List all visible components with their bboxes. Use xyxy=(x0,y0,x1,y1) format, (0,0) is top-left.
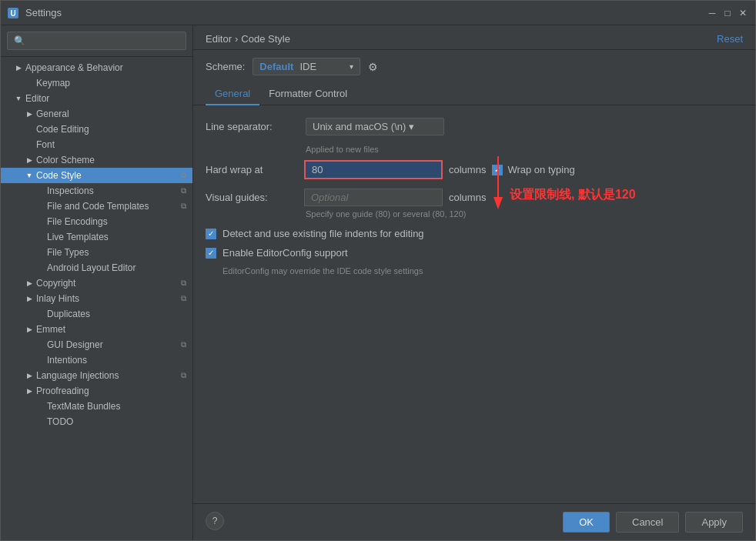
tab-general[interactable]: General xyxy=(206,83,259,105)
expand-arrow-emmet xyxy=(24,324,35,335)
sidebar-item-copyright[interactable]: Copyright ⧉ xyxy=(1,276,192,291)
sidebar-label-file-encodings: File Encodings xyxy=(47,216,108,227)
sidebar-label-proofreading: Proofreading xyxy=(36,386,89,396)
close-button[interactable]: ✕ xyxy=(737,7,749,19)
sidebar-item-file-encodings[interactable]: File Encodings xyxy=(1,214,192,229)
sidebar-label-general: General xyxy=(36,109,69,119)
sidebar-item-language-injections[interactable]: Language Injections ⧉ xyxy=(1,368,192,383)
sidebar-item-intentions[interactable]: Intentions xyxy=(1,352,192,368)
expand-arrow-editor xyxy=(13,93,24,104)
columns-label-1: columns xyxy=(449,164,486,175)
sidebar-label-android-layout: Android Layout Editor xyxy=(47,262,135,273)
scheme-name-blue: Default xyxy=(259,61,293,72)
sidebar-item-emmet[interactable]: Emmet xyxy=(1,322,192,337)
sidebar-label-keymap: Keymap xyxy=(36,78,70,88)
sidebar-item-code-editing[interactable]: Code Editing xyxy=(1,122,192,137)
editorconfig-label: Enable EditorConfig support xyxy=(222,247,348,259)
sidebar-label-editor: Editor xyxy=(25,93,49,104)
line-separator-arrow: ▾ xyxy=(409,121,414,132)
line-separator-select[interactable]: Unix and macOS (\n) ▾ xyxy=(306,118,444,135)
editorconfig-row: ✓ Enable EditorConfig support xyxy=(206,247,743,259)
wrap-on-typing-checkbox[interactable]: ✓ xyxy=(492,165,503,175)
expand-arrow-code-style xyxy=(24,170,35,181)
expand-arrow-appearance xyxy=(13,62,24,73)
sidebar-item-android-layout[interactable]: Android Layout Editor xyxy=(1,260,192,276)
visual-guides-hint: Specify one guide (80) or several (80, 1… xyxy=(206,209,743,219)
wrap-on-typing-label: Wrap on typing xyxy=(507,164,574,175)
sidebar-label-intentions: Intentions xyxy=(47,355,87,366)
search-input[interactable] xyxy=(7,32,186,50)
maximize-button[interactable]: □ xyxy=(721,7,734,19)
scheme-label: Scheme: xyxy=(206,61,245,72)
sidebar-label-file-code-templates: File and Code Templates xyxy=(47,201,149,212)
help-button[interactable]: ? xyxy=(206,512,224,530)
scheme-gear-icon[interactable]: ⚙ xyxy=(368,61,378,73)
cancel-button[interactable]: Cancel xyxy=(616,512,679,533)
settings-body: Line separator: Unix and macOS (\n) ▾ Ap… xyxy=(193,105,755,503)
ok-button[interactable]: OK xyxy=(563,512,610,533)
content-area: Editor › Code Style Reset Scheme: Defaul… xyxy=(193,25,755,540)
apply-button[interactable]: Apply xyxy=(685,512,743,533)
sidebar-item-file-code-templates[interactable]: File and Code Templates ⧉ xyxy=(1,199,192,214)
sidebar-label-copyright: Copyright xyxy=(36,278,75,289)
sidebar-label-file-types: File Types xyxy=(47,247,89,258)
hard-wrap-label: Hard wrap at xyxy=(206,164,298,175)
editorconfig-sub: EditorConfig may override the IDE code s… xyxy=(206,266,743,276)
window-controls: ─ □ ✕ xyxy=(706,7,749,19)
sidebar-label-inlay-hints: Inlay Hints xyxy=(36,293,79,304)
copy-icon-copyright: ⧉ xyxy=(181,279,186,288)
visual-guides-row: Visual guides: columns xyxy=(206,189,743,206)
sidebar-item-todo[interactable]: TODO xyxy=(1,414,192,429)
sidebar-label-code-style: Code Style xyxy=(36,170,82,181)
titlebar: U Settings ─ □ ✕ xyxy=(1,1,755,25)
search-box xyxy=(1,25,192,57)
sidebar-item-general[interactable]: General xyxy=(1,106,192,122)
sidebar-label-inspections: Inspections xyxy=(47,185,94,196)
editorconfig-checkbox[interactable]: ✓ xyxy=(206,248,216,259)
hard-wrap-container: Hard wrap at columns ✓ Wrap on typing xyxy=(206,160,743,179)
detect-indents-checkbox[interactable]: ✓ xyxy=(206,229,216,239)
line-separator-value: Unix and macOS (\n) xyxy=(313,121,406,132)
svg-text:U: U xyxy=(10,9,15,18)
hard-wrap-row: Hard wrap at columns ✓ Wrap on typing xyxy=(206,160,743,179)
sidebar-item-proofreading[interactable]: Proofreading xyxy=(1,383,192,399)
columns-label-2: columns xyxy=(449,192,486,203)
sidebar-item-appearance[interactable]: Appearance & Behavior xyxy=(1,60,192,75)
sidebar-item-inspections[interactable]: Inspections ⧉ xyxy=(1,183,192,199)
hard-wrap-input[interactable] xyxy=(304,160,443,179)
editorconfig-check: ✓ xyxy=(208,249,214,257)
breadcrumb-current: Code Style xyxy=(241,33,290,45)
sidebar-item-font[interactable]: Font xyxy=(1,137,192,152)
sidebar-item-textmate-bundles[interactable]: TextMate Bundles xyxy=(1,399,192,414)
sidebar-item-file-types[interactable]: File Types xyxy=(1,245,192,260)
sidebar-item-live-templates[interactable]: Live Templates xyxy=(1,229,192,245)
sidebar-label-appearance: Appearance & Behavior xyxy=(25,62,123,73)
sidebar-item-duplicates[interactable]: Duplicates xyxy=(1,306,192,322)
scheme-row: Scheme: Default IDE ▾ ⚙ xyxy=(193,50,755,83)
copy-icon-gui-designer: ⧉ xyxy=(181,340,186,349)
sidebar-item-color-scheme[interactable]: Color Scheme xyxy=(1,152,192,168)
settings-window: U Settings ─ □ ✕ Appearance & Behavior xyxy=(0,0,756,541)
sidebar-item-code-style[interactable]: Code Style ⧉ xyxy=(1,168,192,183)
visual-guides-input[interactable] xyxy=(304,189,443,206)
sidebar-label-duplicates: Duplicates xyxy=(47,309,90,319)
sidebar-item-inlay-hints[interactable]: Inlay Hints ⧉ xyxy=(1,291,192,306)
sidebar-label-emmet: Emmet xyxy=(36,324,65,335)
sidebar-item-editor[interactable]: Editor xyxy=(1,91,192,106)
expand-arrow-copyright xyxy=(24,278,35,289)
copy-icon-inlay-hints: ⧉ xyxy=(181,294,186,303)
sidebar-item-gui-designer[interactable]: GUI Designer ⧉ xyxy=(1,337,192,352)
footer: ? OK Cancel Apply xyxy=(193,503,755,540)
reset-button[interactable]: Reset xyxy=(717,33,743,45)
detect-indents-row: ✓ Detect and use existing file indents f… xyxy=(206,228,743,239)
sidebar: Appearance & Behavior Keymap Editor Gene… xyxy=(1,25,193,540)
scheme-dropdown[interactable]: Default IDE ▾ xyxy=(253,58,360,75)
breadcrumb-parent: Editor xyxy=(206,33,232,45)
content-header: Editor › Code Style Reset xyxy=(193,25,755,50)
sidebar-tree: Appearance & Behavior Keymap Editor Gene… xyxy=(1,57,192,540)
minimize-button[interactable]: ─ xyxy=(706,7,718,19)
tab-formatter-control[interactable]: Formatter Control xyxy=(259,83,356,105)
app-icon: U xyxy=(7,7,19,19)
sidebar-label-live-templates: Live Templates xyxy=(47,232,109,242)
sidebar-item-keymap[interactable]: Keymap xyxy=(1,75,192,91)
